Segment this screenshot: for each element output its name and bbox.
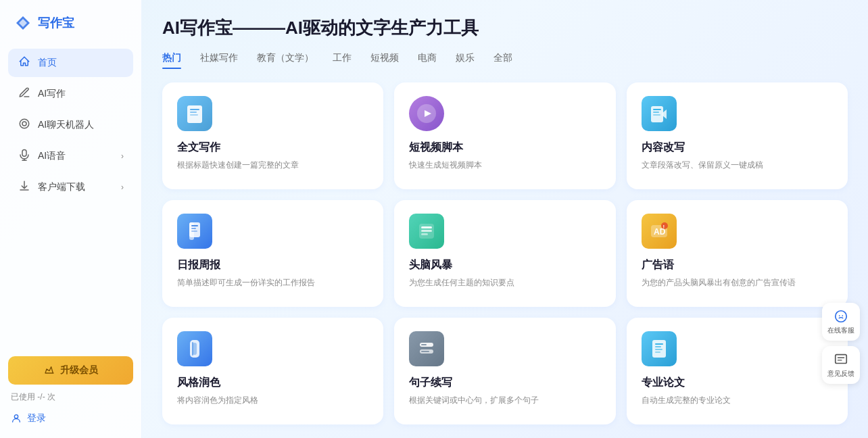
tab-work[interactable]: 工作 bbox=[333, 52, 352, 68]
video-icon bbox=[409, 96, 444, 131]
svg-point-45 bbox=[842, 315, 843, 316]
quanwen-icon bbox=[177, 96, 212, 131]
card-daily-report[interactable]: 日报周报 简单描述即可生成一份详实的工作报告 bbox=[162, 200, 383, 307]
card-desc: 文章段落改写、保留原义一键成稿 bbox=[642, 159, 833, 171]
service-icon bbox=[834, 309, 848, 324]
content-icon bbox=[642, 96, 677, 131]
logo-text: 写作宝 bbox=[38, 15, 74, 31]
sidebar-item-label: 客户端下载 bbox=[38, 181, 85, 193]
card-style-polish[interactable]: 风格润色 将内容润色为指定风格 bbox=[162, 318, 383, 424]
card-title: 广告语 bbox=[642, 258, 833, 272]
svg-rect-10 bbox=[190, 112, 197, 113]
card-title: 头脑风暴 bbox=[409, 258, 600, 272]
card-desc: 根据关键词或中心句，扩展多个句子 bbox=[409, 394, 600, 406]
customer-service-button[interactable]: 在线客服 bbox=[822, 303, 860, 341]
card-content-rewrite[interactable]: 内容改写 文章段落改写、保留原义一键成稿 bbox=[627, 82, 848, 189]
svg-rect-41 bbox=[655, 349, 662, 350]
tab-entertainment[interactable]: 娱乐 bbox=[456, 52, 475, 68]
svg-rect-11 bbox=[190, 114, 198, 116]
card-desc: 快速生成短视频脚本 bbox=[409, 159, 600, 171]
card-brainstorm[interactable]: 头脑风暴 为您生成任何主题的知识要点 bbox=[394, 200, 615, 307]
sidebar: 写作宝 首页 AI写作 bbox=[0, 0, 142, 438]
sentence-icon bbox=[409, 331, 444, 366]
card-desc: 自动生成完整的专业论文 bbox=[642, 394, 833, 406]
tabs: 热门 社媒写作 教育（文学） 工作 短视频 电商 娱乐 全部 bbox=[162, 52, 848, 69]
feedback-label: 意见反馈 bbox=[827, 369, 854, 379]
card-video-script[interactable]: 短视频脚本 快速生成短视频脚本 bbox=[394, 82, 615, 189]
tab-education[interactable]: 教育（文学） bbox=[257, 52, 314, 68]
customer-service-label: 在线客服 bbox=[827, 326, 854, 335]
card-title: 内容改写 bbox=[642, 141, 833, 155]
sidebar-item-label: AI写作 bbox=[38, 88, 66, 100]
svg-rect-4 bbox=[22, 150, 26, 157]
feedback-button[interactable]: 意见反馈 bbox=[822, 346, 860, 384]
card-paper[interactable]: 专业论文 自动生成完整的专业论文 bbox=[627, 318, 848, 424]
tab-all[interactable]: 全部 bbox=[493, 52, 512, 68]
svg-point-44 bbox=[839, 315, 840, 316]
sidebar-item-home[interactable]: 首页 bbox=[8, 49, 133, 77]
page-title: AI写作宝———AI驱动的文字生产力工具 bbox=[162, 16, 848, 40]
card-desc: 简单描述即可生成一份详实的工作报告 bbox=[177, 276, 368, 289]
paper-icon bbox=[642, 331, 677, 366]
sidebar-bottom: 升级会员 已使用 -/- 次 登录 bbox=[0, 345, 141, 438]
card-ad-copy[interactable]: AD ! 广告语 为您的产品头脑风暴出有创意的广告宣传语 bbox=[627, 200, 848, 307]
logo-icon bbox=[14, 14, 32, 32]
svg-rect-33 bbox=[192, 342, 193, 356]
crown-icon bbox=[44, 365, 55, 376]
card-title: 句子续写 bbox=[409, 376, 600, 390]
login-label: 登录 bbox=[27, 412, 46, 424]
home-icon bbox=[18, 55, 31, 70]
svg-point-3 bbox=[22, 122, 26, 126]
upgrade-label: 升级会员 bbox=[60, 364, 98, 376]
brain-icon bbox=[409, 214, 444, 249]
cards-grid: 全文写作 根据标题快速创建一篇完整的文章 短视频脚本 快速生成短视频脚本 bbox=[162, 82, 848, 424]
card-desc: 为您生成任何主题的知识要点 bbox=[409, 276, 600, 289]
report-icon bbox=[177, 214, 212, 249]
feedback-icon bbox=[834, 352, 848, 367]
card-quanwen[interactable]: 全文写作 根据标题快速创建一篇完整的文章 bbox=[162, 82, 383, 189]
chat-icon bbox=[18, 118, 31, 132]
svg-rect-15 bbox=[653, 109, 661, 110]
main-content: AI写作宝———AI驱动的文字生产力工具 热门 社媒写作 教育（文学） 工作 短… bbox=[142, 0, 868, 438]
svg-rect-39 bbox=[655, 343, 663, 345]
sidebar-item-ai-chat[interactable]: AI聊天机器人 bbox=[8, 111, 133, 139]
float-panel: 在线客服 意见反馈 bbox=[822, 303, 860, 384]
svg-rect-16 bbox=[653, 112, 659, 113]
sidebar-item-label: AI语音 bbox=[38, 150, 66, 162]
tab-social[interactable]: 社媒写作 bbox=[200, 52, 238, 68]
sidebar-item-download[interactable]: 客户端下载 › bbox=[8, 173, 133, 201]
usage-text: 已使用 -/- 次 bbox=[8, 391, 133, 403]
tab-hot[interactable]: 热门 bbox=[162, 52, 181, 68]
logo-area: 写作宝 bbox=[0, 0, 141, 43]
sidebar-item-ai-write[interactable]: AI写作 bbox=[8, 80, 133, 108]
svg-rect-24 bbox=[421, 226, 432, 228]
download-icon bbox=[18, 180, 31, 195]
card-sentence-continue[interactable]: 句子续写 根据关键词或中心句，扩展多个句子 bbox=[394, 318, 615, 424]
chevron-right-icon: › bbox=[121, 182, 124, 192]
svg-point-2 bbox=[20, 119, 29, 128]
svg-rect-21 bbox=[191, 228, 196, 229]
tab-ecommerce[interactable]: 电商 bbox=[418, 52, 437, 68]
card-title: 全文写作 bbox=[177, 141, 368, 155]
svg-rect-9 bbox=[190, 109, 199, 110]
svg-rect-25 bbox=[421, 230, 432, 232]
svg-rect-42 bbox=[655, 351, 660, 353]
card-title: 日报周报 bbox=[177, 258, 368, 272]
svg-rect-26 bbox=[421, 233, 428, 235]
upgrade-button[interactable]: 升级会员 bbox=[8, 356, 133, 385]
svg-rect-17 bbox=[653, 114, 660, 116]
user-icon bbox=[11, 413, 22, 424]
svg-rect-22 bbox=[191, 230, 197, 232]
ad-icon: AD ! bbox=[642, 214, 677, 249]
svg-rect-46 bbox=[836, 354, 847, 363]
nav-items: 首页 AI写作 AI聊天机器人 bbox=[0, 43, 141, 345]
login-link[interactable]: 登录 bbox=[8, 410, 133, 427]
card-desc: 将内容润色为指定风格 bbox=[177, 394, 368, 406]
sidebar-item-ai-voice[interactable]: AI语音 › bbox=[8, 142, 133, 170]
tab-short-video[interactable]: 短视频 bbox=[370, 52, 399, 68]
sidebar-item-label: 首页 bbox=[38, 57, 57, 69]
svg-point-43 bbox=[836, 310, 847, 322]
svg-text:!: ! bbox=[662, 224, 665, 230]
sidebar-item-label: AI聊天机器人 bbox=[38, 119, 94, 131]
chevron-right-icon: › bbox=[121, 151, 124, 161]
